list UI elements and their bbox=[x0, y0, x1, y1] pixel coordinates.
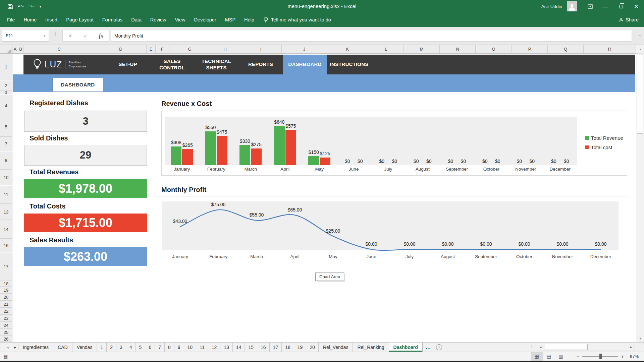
select-all-corner[interactable] bbox=[0, 45, 12, 54]
row-header-10[interactable]: 10 bbox=[0, 170, 12, 185]
column-header-N[interactable]: N bbox=[440, 45, 476, 53]
row-header-20[interactable]: 20 bbox=[0, 294, 12, 301]
avatar[interactable] bbox=[567, 1, 577, 11]
nav-item-dashboard[interactable]: DASHBOARD bbox=[283, 55, 327, 74]
sheet-tab-2[interactable]: 2 bbox=[107, 343, 116, 352]
bar-total-cost-february[interactable] bbox=[217, 136, 227, 165]
row-header-11[interactable]: 11 bbox=[0, 186, 12, 204]
row-header-25[interactable]: 25 bbox=[0, 329, 12, 336]
name-box[interactable]: F11 ▾ bbox=[2, 30, 49, 42]
close-button[interactable]: ✕ bbox=[629, 0, 644, 13]
zoom-out-button[interactable]: − bbox=[574, 354, 582, 359]
sheet-tab-12[interactable]: 12 bbox=[208, 343, 221, 352]
row-header-26[interactable]: 26 bbox=[0, 336, 12, 342]
sheet-tab-7[interactable]: 7 bbox=[155, 343, 165, 352]
bar-total-revenue-may[interactable] bbox=[308, 156, 319, 165]
row-header-17[interactable]: 17 bbox=[0, 253, 12, 281]
sheet-tab-16[interactable]: 16 bbox=[257, 343, 270, 352]
column-header-H[interactable]: H bbox=[210, 45, 240, 53]
ribbon-tab-data[interactable]: Data bbox=[127, 13, 146, 27]
sheet-tab-ingredientes[interactable]: Ingredientes bbox=[18, 343, 53, 352]
ribbon-tab-formulas[interactable]: Formulas bbox=[98, 13, 127, 27]
kpi-value-sales-results[interactable]: $263.00 bbox=[24, 247, 147, 266]
row-header-19[interactable]: 19 bbox=[0, 287, 12, 294]
cancel-button[interactable]: ✕ bbox=[68, 33, 72, 39]
sheet-tab-9[interactable]: 9 bbox=[174, 343, 184, 352]
bar-total-revenue-april[interactable] bbox=[274, 126, 285, 165]
row-header-3[interactable]: 3 bbox=[0, 91, 12, 94]
zoom-level[interactable]: 97% bbox=[627, 354, 644, 359]
sheet-tab-cad[interactable]: CAD bbox=[53, 343, 72, 352]
sheet-tab-19[interactable]: 19 bbox=[294, 343, 307, 352]
column-header-R[interactable]: R bbox=[584, 45, 636, 53]
sheet-tabs-overflow[interactable]: ... bbox=[423, 343, 434, 352]
sheet-tab-5[interactable]: 5 bbox=[136, 343, 146, 352]
row-header-22[interactable]: 22 bbox=[0, 308, 12, 315]
hscroll-left-icon[interactable]: ◂ bbox=[537, 343, 544, 351]
legend-item-total-cost[interactable]: Total cost bbox=[585, 144, 612, 150]
column-header-Q[interactable]: Q bbox=[548, 45, 584, 53]
formula-input[interactable]: Monthly Profit bbox=[111, 30, 632, 42]
ribbon-tab-view[interactable]: View bbox=[170, 13, 190, 27]
row-header-8[interactable]: 8 bbox=[0, 152, 12, 170]
ribbon-display-options-button[interactable] bbox=[582, 0, 598, 13]
column-header-I[interactable]: I bbox=[240, 45, 282, 53]
nav-item-set-up[interactable]: SET-UP bbox=[106, 55, 150, 74]
sheet-tab-rel-vendas[interactable]: Rel_Vendas bbox=[319, 343, 353, 352]
row-header-23[interactable]: 23 bbox=[0, 315, 12, 322]
column-header-F[interactable]: F bbox=[156, 45, 169, 53]
minimize-button[interactable]: — bbox=[598, 0, 613, 13]
horizontal-scroll-thumb[interactable] bbox=[545, 344, 588, 350]
column-header-B[interactable]: B bbox=[18, 45, 23, 53]
nav-item-instructions[interactable]: INSTRUCTIONS bbox=[327, 55, 371, 74]
bar-total-cost-march[interactable] bbox=[251, 148, 262, 165]
sheet-nav-right-icon[interactable]: ▸ bbox=[14, 345, 16, 350]
sheet-tab-rel-ranking[interactable]: Rel_Ranking bbox=[353, 343, 389, 352]
nav-item-technical-sheets[interactable]: TECHNICAL SHEETS bbox=[194, 55, 238, 74]
vertical-scroll-thumb[interactable] bbox=[637, 55, 643, 134]
column-header-P[interactable]: P bbox=[512, 45, 548, 53]
column-header-G[interactable]: G bbox=[169, 45, 210, 53]
sheet-tab-14[interactable]: 14 bbox=[233, 343, 245, 352]
column-header-L[interactable]: L bbox=[368, 45, 404, 53]
bar-total-cost-may[interactable] bbox=[320, 158, 330, 165]
row-header-2[interactable]: 2 bbox=[0, 80, 12, 91]
revenue-cost-chart[interactable]: $308$265January$550$475February$330$275M… bbox=[161, 111, 627, 176]
ribbon-tab-msp[interactable]: MSP bbox=[221, 13, 240, 27]
zoom-slider[interactable] bbox=[582, 356, 618, 357]
dashboard-page-tab[interactable]: DASHBOARD bbox=[53, 78, 103, 92]
name-box-dropdown-icon[interactable]: ▾ bbox=[41, 34, 49, 38]
hscroll-right-icon[interactable]: ▸ bbox=[628, 343, 635, 351]
scroll-down-icon[interactable]: ▼ bbox=[636, 335, 644, 342]
sheet-tab-vendas[interactable]: Vendas bbox=[72, 343, 97, 352]
insert-function-button[interactable]: fx bbox=[99, 33, 103, 39]
scroll-up-icon[interactable]: ▲ bbox=[636, 45, 644, 54]
row-header-13[interactable]: 13 bbox=[0, 204, 12, 220]
nav-item-sales-control[interactable]: SALES CONTROL bbox=[150, 55, 194, 74]
zoom-in-button[interactable]: + bbox=[618, 354, 627, 359]
ribbon-tab-developer[interactable]: Developer bbox=[190, 13, 221, 27]
row-header-14[interactable]: 14 bbox=[0, 220, 12, 239]
row-header-4[interactable]: 4 bbox=[0, 95, 12, 117]
kpi-value-sold-dishes[interactable]: 29 bbox=[24, 145, 147, 166]
sheet-tab-18[interactable]: 18 bbox=[282, 343, 294, 352]
column-header-D[interactable]: D bbox=[95, 45, 147, 53]
row-header-18[interactable]: 18 bbox=[0, 281, 12, 287]
sheet-tab-20[interactable]: 20 bbox=[306, 343, 319, 352]
bar-total-cost-january[interactable] bbox=[182, 149, 193, 165]
enter-button[interactable]: ✓ bbox=[84, 33, 88, 39]
user-name[interactable]: Asir Uddin bbox=[541, 4, 562, 9]
row-header-21[interactable]: 21 bbox=[0, 301, 12, 308]
ribbon-tab-insert[interactable]: Insert bbox=[41, 13, 62, 27]
share-button[interactable]: Share bbox=[619, 17, 639, 22]
sheet-nav-left-icon[interactable]: ◂ bbox=[7, 345, 9, 350]
tab-bar-splitter[interactable]: ⁞ bbox=[531, 344, 531, 349]
column-header-K[interactable]: K bbox=[327, 45, 368, 53]
kpi-value-total-costs[interactable]: $1,715.00 bbox=[24, 214, 147, 232]
sheet-tab-dashboard[interactable]: Dashboard bbox=[389, 343, 423, 352]
legend-item-total-revenue[interactable]: Total Revenue bbox=[585, 135, 623, 141]
new-sheet-button[interactable]: + bbox=[436, 344, 442, 350]
sheet-tab-1[interactable]: 1 bbox=[97, 343, 107, 352]
row-header-1[interactable]: 1 bbox=[0, 54, 12, 80]
column-header-E[interactable]: E bbox=[147, 45, 156, 53]
